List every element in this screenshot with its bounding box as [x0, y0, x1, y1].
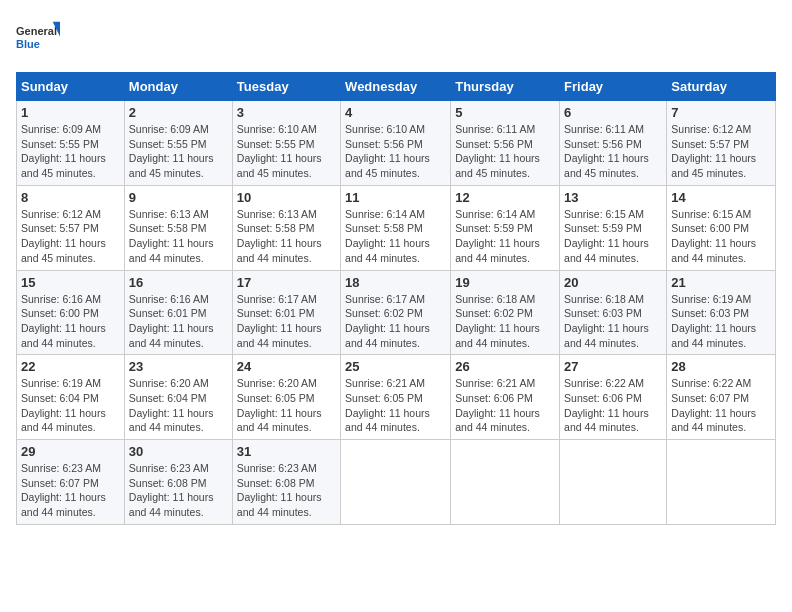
day-info: Sunrise: 6:21 AMSunset: 6:05 PMDaylight:… [345, 376, 446, 435]
day-number: 7 [671, 105, 771, 120]
weekday-header-cell: Monday [124, 73, 232, 101]
calendar-cell [560, 440, 667, 525]
calendar-cell: 16Sunrise: 6:16 AMSunset: 6:01 PMDayligh… [124, 270, 232, 355]
calendar-week-row: 22Sunrise: 6:19 AMSunset: 6:04 PMDayligh… [17, 355, 776, 440]
calendar-cell: 9Sunrise: 6:13 AMSunset: 5:58 PMDaylight… [124, 185, 232, 270]
day-number: 16 [129, 275, 228, 290]
calendar-week-row: 8Sunrise: 6:12 AMSunset: 5:57 PMDaylight… [17, 185, 776, 270]
calendar-cell: 5Sunrise: 6:11 AMSunset: 5:56 PMDaylight… [451, 101, 560, 186]
day-number: 3 [237, 105, 336, 120]
calendar-cell: 4Sunrise: 6:10 AMSunset: 5:56 PMDaylight… [341, 101, 451, 186]
day-info: Sunrise: 6:14 AMSunset: 5:59 PMDaylight:… [455, 207, 555, 266]
weekday-header-cell: Saturday [667, 73, 776, 101]
day-info: Sunrise: 6:15 AMSunset: 5:59 PMDaylight:… [564, 207, 662, 266]
day-number: 1 [21, 105, 120, 120]
day-info: Sunrise: 6:09 AMSunset: 5:55 PMDaylight:… [129, 122, 228, 181]
day-number: 29 [21, 444, 120, 459]
calendar-cell: 8Sunrise: 6:12 AMSunset: 5:57 PMDaylight… [17, 185, 125, 270]
day-number: 20 [564, 275, 662, 290]
day-info: Sunrise: 6:22 AMSunset: 6:07 PMDaylight:… [671, 376, 771, 435]
calendar-cell [451, 440, 560, 525]
day-info: Sunrise: 6:20 AMSunset: 6:04 PMDaylight:… [129, 376, 228, 435]
calendar-body: 1Sunrise: 6:09 AMSunset: 5:55 PMDaylight… [17, 101, 776, 525]
day-info: Sunrise: 6:15 AMSunset: 6:00 PMDaylight:… [671, 207, 771, 266]
day-info: Sunrise: 6:18 AMSunset: 6:03 PMDaylight:… [564, 292, 662, 351]
day-info: Sunrise: 6:19 AMSunset: 6:03 PMDaylight:… [671, 292, 771, 351]
logo: General Blue [16, 16, 60, 60]
calendar-cell: 30Sunrise: 6:23 AMSunset: 6:08 PMDayligh… [124, 440, 232, 525]
day-info: Sunrise: 6:23 AMSunset: 6:08 PMDaylight:… [237, 461, 336, 520]
calendar-cell: 28Sunrise: 6:22 AMSunset: 6:07 PMDayligh… [667, 355, 776, 440]
calendar-cell: 18Sunrise: 6:17 AMSunset: 6:02 PMDayligh… [341, 270, 451, 355]
day-number: 15 [21, 275, 120, 290]
calendar-cell: 19Sunrise: 6:18 AMSunset: 6:02 PMDayligh… [451, 270, 560, 355]
calendar-cell: 13Sunrise: 6:15 AMSunset: 5:59 PMDayligh… [560, 185, 667, 270]
calendar-cell: 7Sunrise: 6:12 AMSunset: 5:57 PMDaylight… [667, 101, 776, 186]
day-info: Sunrise: 6:16 AMSunset: 6:01 PMDaylight:… [129, 292, 228, 351]
calendar-cell: 2Sunrise: 6:09 AMSunset: 5:55 PMDaylight… [124, 101, 232, 186]
day-number: 28 [671, 359, 771, 374]
day-number: 22 [21, 359, 120, 374]
calendar-cell: 29Sunrise: 6:23 AMSunset: 6:07 PMDayligh… [17, 440, 125, 525]
calendar-cell: 3Sunrise: 6:10 AMSunset: 5:55 PMDaylight… [232, 101, 340, 186]
day-number: 2 [129, 105, 228, 120]
day-info: Sunrise: 6:12 AMSunset: 5:57 PMDaylight:… [21, 207, 120, 266]
day-info: Sunrise: 6:13 AMSunset: 5:58 PMDaylight:… [237, 207, 336, 266]
calendar-week-row: 15Sunrise: 6:16 AMSunset: 6:00 PMDayligh… [17, 270, 776, 355]
day-info: Sunrise: 6:18 AMSunset: 6:02 PMDaylight:… [455, 292, 555, 351]
calendar-cell: 10Sunrise: 6:13 AMSunset: 5:58 PMDayligh… [232, 185, 340, 270]
calendar-cell: 22Sunrise: 6:19 AMSunset: 6:04 PMDayligh… [17, 355, 125, 440]
day-info: Sunrise: 6:23 AMSunset: 6:07 PMDaylight:… [21, 461, 120, 520]
day-info: Sunrise: 6:14 AMSunset: 5:58 PMDaylight:… [345, 207, 446, 266]
day-info: Sunrise: 6:11 AMSunset: 5:56 PMDaylight:… [564, 122, 662, 181]
calendar-cell: 23Sunrise: 6:20 AMSunset: 6:04 PMDayligh… [124, 355, 232, 440]
day-number: 30 [129, 444, 228, 459]
calendar-cell: 15Sunrise: 6:16 AMSunset: 6:00 PMDayligh… [17, 270, 125, 355]
day-number: 14 [671, 190, 771, 205]
weekday-header-cell: Thursday [451, 73, 560, 101]
logo-icon: General Blue [16, 16, 60, 60]
day-number: 19 [455, 275, 555, 290]
calendar-week-row: 29Sunrise: 6:23 AMSunset: 6:07 PMDayligh… [17, 440, 776, 525]
calendar-table: SundayMondayTuesdayWednesdayThursdayFrid… [16, 72, 776, 525]
day-number: 18 [345, 275, 446, 290]
calendar-week-row: 1Sunrise: 6:09 AMSunset: 5:55 PMDaylight… [17, 101, 776, 186]
calendar-cell: 24Sunrise: 6:20 AMSunset: 6:05 PMDayligh… [232, 355, 340, 440]
calendar-cell: 26Sunrise: 6:21 AMSunset: 6:06 PMDayligh… [451, 355, 560, 440]
page-header: General Blue [16, 16, 776, 60]
calendar-cell: 11Sunrise: 6:14 AMSunset: 5:58 PMDayligh… [341, 185, 451, 270]
day-info: Sunrise: 6:16 AMSunset: 6:00 PMDaylight:… [21, 292, 120, 351]
day-number: 4 [345, 105, 446, 120]
day-info: Sunrise: 6:09 AMSunset: 5:55 PMDaylight:… [21, 122, 120, 181]
weekday-header-row: SundayMondayTuesdayWednesdayThursdayFrid… [17, 73, 776, 101]
calendar-cell: 6Sunrise: 6:11 AMSunset: 5:56 PMDaylight… [560, 101, 667, 186]
day-number: 13 [564, 190, 662, 205]
day-number: 8 [21, 190, 120, 205]
day-info: Sunrise: 6:17 AMSunset: 6:02 PMDaylight:… [345, 292, 446, 351]
calendar-cell: 31Sunrise: 6:23 AMSunset: 6:08 PMDayligh… [232, 440, 340, 525]
calendar-cell: 1Sunrise: 6:09 AMSunset: 5:55 PMDaylight… [17, 101, 125, 186]
day-info: Sunrise: 6:20 AMSunset: 6:05 PMDaylight:… [237, 376, 336, 435]
calendar-cell: 14Sunrise: 6:15 AMSunset: 6:00 PMDayligh… [667, 185, 776, 270]
day-info: Sunrise: 6:12 AMSunset: 5:57 PMDaylight:… [671, 122, 771, 181]
day-number: 9 [129, 190, 228, 205]
day-number: 31 [237, 444, 336, 459]
day-info: Sunrise: 6:17 AMSunset: 6:01 PMDaylight:… [237, 292, 336, 351]
day-number: 10 [237, 190, 336, 205]
weekday-header-cell: Sunday [17, 73, 125, 101]
day-info: Sunrise: 6:23 AMSunset: 6:08 PMDaylight:… [129, 461, 228, 520]
day-number: 27 [564, 359, 662, 374]
day-info: Sunrise: 6:13 AMSunset: 5:58 PMDaylight:… [129, 207, 228, 266]
day-info: Sunrise: 6:19 AMSunset: 6:04 PMDaylight:… [21, 376, 120, 435]
calendar-cell [667, 440, 776, 525]
calendar-cell [341, 440, 451, 525]
day-number: 24 [237, 359, 336, 374]
calendar-cell: 21Sunrise: 6:19 AMSunset: 6:03 PMDayligh… [667, 270, 776, 355]
weekday-header-cell: Wednesday [341, 73, 451, 101]
day-number: 6 [564, 105, 662, 120]
day-info: Sunrise: 6:10 AMSunset: 5:56 PMDaylight:… [345, 122, 446, 181]
day-number: 17 [237, 275, 336, 290]
calendar-cell: 27Sunrise: 6:22 AMSunset: 6:06 PMDayligh… [560, 355, 667, 440]
calendar-cell: 17Sunrise: 6:17 AMSunset: 6:01 PMDayligh… [232, 270, 340, 355]
calendar-cell: 25Sunrise: 6:21 AMSunset: 6:05 PMDayligh… [341, 355, 451, 440]
